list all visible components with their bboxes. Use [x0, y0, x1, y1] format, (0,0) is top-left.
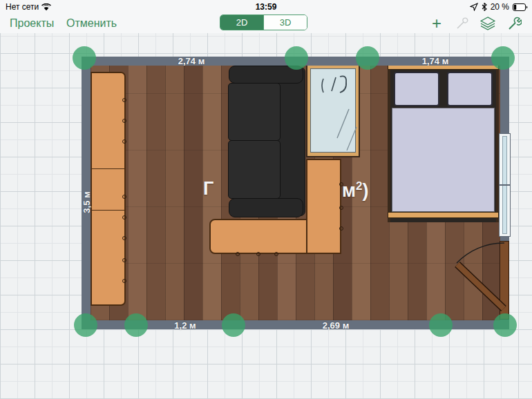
- draw-walls-button[interactable]: [453, 15, 471, 32]
- wall-handle[interactable]: [493, 313, 517, 337]
- door-knob-icon: [274, 252, 278, 256]
- toolbar: Проекты Отменить 2D 3D +: [0, 14, 532, 33]
- door-knob-icon: [122, 215, 126, 220]
- tools-button[interactable]: [506, 15, 524, 32]
- door-knob-icon: [122, 279, 126, 283]
- wrench-icon: [508, 17, 522, 30]
- mirror-sketch-icon: [311, 69, 359, 155]
- door-knob-icon: [122, 236, 126, 240]
- location-arrow-icon: [470, 3, 478, 11]
- status-bar: Нет сети 13:59 20 %: [0, 0, 532, 14]
- tab-2d[interactable]: 2D: [220, 15, 263, 30]
- layers-button[interactable]: [479, 15, 497, 32]
- door-knob-icon: [339, 206, 343, 210]
- bluetooth-icon: [482, 3, 487, 11]
- wardrobe[interactable]: [91, 72, 126, 306]
- wall-handle[interactable]: [73, 46, 96, 70]
- wall-measurement: 2,74 м: [157, 56, 226, 66]
- wall-measurement: 1,74 м: [401, 56, 470, 66]
- wall-measurement: 1,2 м: [151, 320, 220, 331]
- door-knob-icon: [236, 252, 240, 256]
- layers-icon: [480, 17, 495, 30]
- pillow: [394, 72, 439, 106]
- sofa-cushion: [228, 140, 281, 199]
- room-area-label-fragment: Г: [203, 178, 213, 200]
- room-walls[interactable]: Г м2): [82, 57, 509, 329]
- pencil-icon: [456, 17, 468, 30]
- floor-planner-app: Нет сети 13:59 20 % Проекты Отменить: [0, 0, 532, 399]
- status-time: 13:59: [0, 2, 532, 12]
- wall-handle[interactable]: [491, 46, 515, 70]
- window[interactable]: [499, 133, 511, 237]
- wall-handle[interactable]: [222, 313, 245, 337]
- view-mode-segmented-control: 2D 3D: [220, 14, 307, 30]
- battery-icon: [513, 3, 528, 11]
- window-divider: [500, 184, 510, 186]
- door[interactable]: [500, 241, 509, 320]
- projects-button[interactable]: Проекты: [10, 17, 54, 30]
- wall-handle[interactable]: [285, 46, 308, 70]
- sofa[interactable]: [228, 66, 305, 219]
- door-knob-icon: [122, 139, 126, 144]
- bed-footboard: [388, 212, 499, 218]
- tab-3d[interactable]: 3D: [263, 15, 307, 30]
- mirror-cabinet[interactable]: [306, 66, 360, 157]
- cancel-button[interactable]: Отменить: [66, 17, 117, 30]
- bed[interactable]: [388, 66, 499, 222]
- wall-measurement: 3,5 м: [82, 182, 92, 223]
- pillow: [447, 72, 493, 106]
- wardrobe-section: [92, 73, 124, 169]
- sofa-backrest: [277, 67, 305, 216]
- door-knob-icon: [122, 258, 126, 262]
- sofa-cushion: [228, 83, 281, 141]
- wardrobe-section: [92, 169, 124, 211]
- door-knob-icon: [122, 119, 126, 123]
- door-knob-icon: [122, 98, 126, 102]
- room-floor[interactable]: Г м2): [91, 66, 500, 320]
- wall-handle[interactable]: [429, 313, 453, 337]
- door-knob-icon: [122, 195, 126, 199]
- wall-handle[interactable]: [356, 46, 379, 70]
- wall-measurement: 2,69 м: [301, 320, 370, 331]
- battery-percent-label: 20 %: [491, 2, 509, 12]
- wall-handle[interactable]: [74, 313, 97, 337]
- room-area-label-fragment: м2): [342, 179, 368, 202]
- sofa-armrest: [229, 198, 303, 217]
- plus-icon: +: [432, 16, 441, 31]
- door-knob-icon: [339, 226, 343, 231]
- bed-mattress: [392, 108, 495, 212]
- door-knob-icon: [256, 252, 260, 256]
- cabinet-vertical[interactable]: [306, 159, 341, 254]
- desk-horizontal[interactable]: [209, 219, 307, 254]
- mirror-glass: [310, 68, 356, 153]
- wall-handle[interactable]: [124, 313, 148, 337]
- add-item-button[interactable]: +: [428, 15, 446, 32]
